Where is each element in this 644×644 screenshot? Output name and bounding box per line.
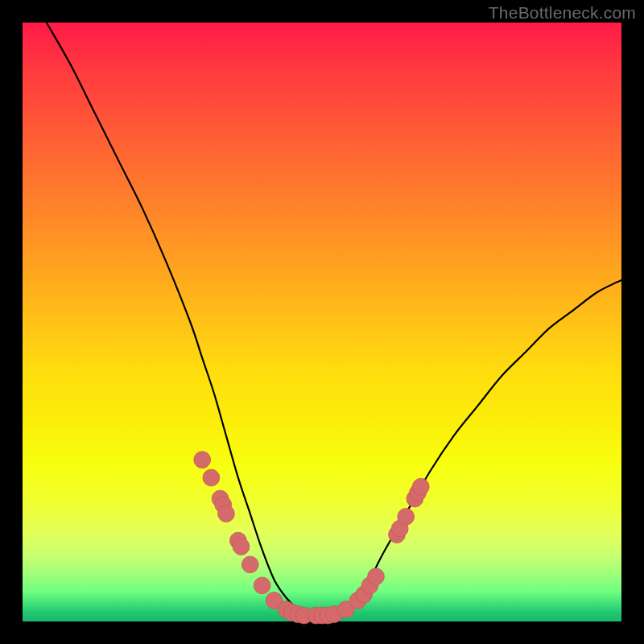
curve-marker bbox=[398, 508, 415, 525]
curve-marker bbox=[233, 539, 250, 555]
curve-marker bbox=[203, 469, 220, 486]
chart-plot-area bbox=[23, 23, 621, 621]
curve-marker bbox=[194, 452, 211, 469]
watermark-text: TheBottleneck.com bbox=[489, 3, 636, 23]
bottleneck-curve-line bbox=[47, 23, 621, 616]
curve-marker bbox=[218, 506, 235, 522]
curve-markers bbox=[194, 452, 429, 624]
chart-frame: TheBottleneck.com bbox=[0, 0, 644, 644]
curve-marker bbox=[368, 568, 385, 585]
curve-marker bbox=[242, 556, 258, 573]
curve-marker bbox=[412, 478, 429, 495]
curve-marker bbox=[254, 577, 270, 594]
chart-svg bbox=[23, 23, 621, 621]
